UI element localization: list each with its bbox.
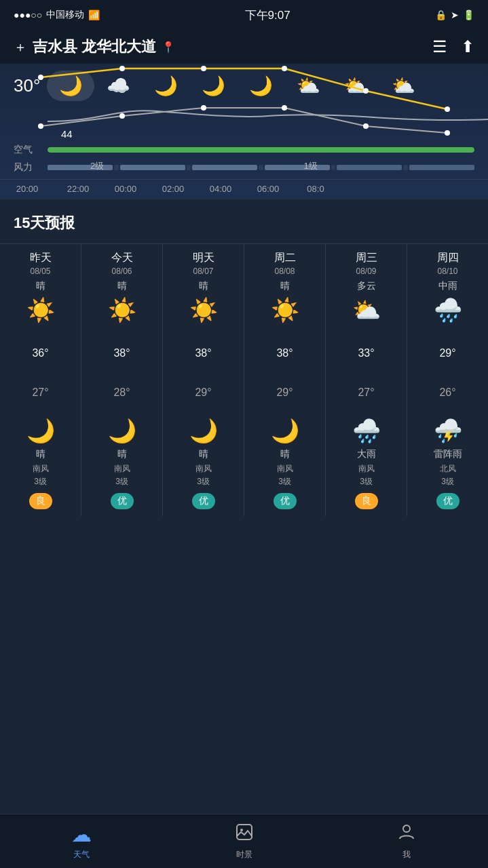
- gps-icon: ➤: [451, 9, 459, 20]
- fc-night-cond-4: 大雨: [357, 448, 376, 460]
- nav-item-weather[interactable]: ☁ 天气: [0, 814, 163, 868]
- hourly-item-1[interactable]: ☁️: [94, 71, 142, 101]
- fc-night-cond-3: 晴: [280, 448, 290, 460]
- fc-day-2: 明天: [193, 251, 214, 265]
- forecast-col-1: 今天 08/06 晴 ☀️ 38° 28° 🌙 晴 南风 3级 优: [81, 244, 163, 516]
- fc-date-0: 08/05: [30, 267, 50, 276]
- status-right: 🔒 ➤ 🔋: [435, 9, 474, 20]
- time-label-5: 06:00: [244, 184, 292, 194]
- header-location[interactable]: ＋ 吉水县 龙华北大道 📍: [14, 37, 175, 57]
- nav-me-label: 我: [402, 849, 411, 861]
- fc-high-2: 38°: [195, 347, 211, 359]
- fc-date-1: 08/06: [111, 267, 132, 276]
- fc-wind-3: 南风: [277, 463, 293, 475]
- hourly-icon-6: ⛅: [344, 71, 368, 101]
- nav-moments-icon: [235, 823, 254, 846]
- hourly-icon-1: ☁️: [107, 71, 130, 101]
- fc-night-icon-1: 🌙: [108, 417, 136, 444]
- nav-item-me[interactable]: 我: [325, 814, 488, 868]
- nav-weather-icon: ☁: [71, 823, 92, 846]
- svg-point-13: [240, 829, 243, 831]
- wind-level2: 2级: [90, 160, 104, 172]
- fc-wind-level-3: 3级: [278, 476, 291, 488]
- fc-wind-level-1: 3级: [115, 476, 128, 488]
- fc-quality-2: 优: [192, 493, 215, 509]
- wind-label: 风力: [14, 161, 41, 174]
- fc-wind-level-0: 3级: [34, 476, 47, 488]
- hourly-item-4[interactable]: 🌙: [237, 71, 284, 101]
- share-icon[interactable]: ⬆: [461, 37, 474, 56]
- status-left: ●●●○○ 中国移动 📶: [14, 9, 100, 21]
- signal-dots: ●●●○○: [14, 9, 42, 20]
- hourly-item-3[interactable]: 🌙: [189, 71, 237, 101]
- nav-weather-label: 天气: [73, 849, 90, 861]
- forecast-col-0: 昨天 08/05 晴 ☀️ 36° 27° 🌙 晴 南风 3级 良: [0, 244, 81, 516]
- hourly-icon-5: ⛅: [297, 71, 320, 101]
- fc-cond-1: 晴: [117, 280, 127, 292]
- fc-quality-5: 优: [436, 493, 459, 509]
- forecast-col-3: 周二 08/08 晴 ☀️ 38° 29° 🌙 晴 南风 3级 优: [244, 244, 326, 516]
- status-time: 下午9:07: [245, 7, 290, 23]
- lock-icon: 🔒: [435, 9, 447, 20]
- header: ＋ 吉水县 龙华北大道 📍 ☰ ⬆: [0, 30, 488, 64]
- fc-date-5: 08/10: [437, 267, 457, 276]
- fc-low-0: 27°: [32, 387, 48, 399]
- fc-icon-1: ☀️: [108, 296, 136, 323]
- fc-low-3: 29°: [276, 387, 293, 399]
- fc-icon-5: 🌧️: [434, 296, 462, 323]
- nav-item-moments[interactable]: 时景: [163, 814, 326, 868]
- fc-wind-4: 南风: [358, 463, 375, 475]
- fc-icon-4: ⛅: [352, 296, 381, 323]
- fc-day-4: 周三: [356, 251, 377, 265]
- fc-low-1: 28°: [113, 387, 130, 399]
- hourly-item-0[interactable]: 🌙: [47, 71, 94, 101]
- hourly-icon-7: ⛅: [392, 71, 415, 101]
- hourly-item-2[interactable]: 🌙: [142, 71, 189, 101]
- fc-night-cond-5: 雷阵雨: [434, 448, 462, 460]
- hourly-item-6[interactable]: ⛅: [332, 71, 379, 101]
- carrier-name: 中国移动: [46, 9, 84, 21]
- forecast-col-2: 明天 08/07 晴 ☀️ 38° 29° 🌙 晴 南风 3级 优: [163, 244, 244, 516]
- fc-night-icon-5: ⛈️: [434, 417, 462, 444]
- time-label-1: 22:00: [54, 184, 102, 194]
- pin-icon: 📍: [162, 41, 175, 54]
- fc-icon-2: ☀️: [189, 296, 218, 323]
- fc-low-2: 29°: [195, 387, 211, 399]
- fc-icon-3: ☀️: [271, 296, 299, 323]
- location-text: 吉水县 龙华北大道: [33, 37, 156, 57]
- time-label-0: 20:00: [0, 184, 54, 194]
- fc-wind-0: 南风: [33, 463, 49, 475]
- fc-date-4: 08/09: [356, 267, 376, 276]
- fc-cond-4: 多云: [357, 280, 376, 292]
- hourly-icon-0: 🌙: [59, 71, 83, 101]
- aqi-label: 空气: [14, 144, 41, 156]
- fc-quality-0: 良: [29, 493, 52, 509]
- add-location-icon[interactable]: ＋: [14, 38, 27, 56]
- fc-night-icon-3: 🌙: [271, 417, 299, 444]
- fc-day-0: 昨天: [30, 251, 52, 265]
- time-label-6: 08:0: [292, 184, 339, 194]
- hourly-item-5[interactable]: ⛅: [284, 71, 332, 101]
- hourly-item-7[interactable]: ⛅: [379, 71, 427, 101]
- fc-cond-5: 中雨: [438, 280, 457, 292]
- aqi-number: 44: [61, 128, 73, 140]
- fc-quality-4: 良: [355, 493, 378, 509]
- fc-low-4: 27°: [358, 387, 374, 399]
- fc-night-icon-0: 🌙: [26, 417, 55, 444]
- status-bar: ●●●○○ 中国移动 📶 下午9:07 🔒 ➤ 🔋: [0, 0, 488, 30]
- time-row: 20:00 22:00 00:00 02:00 04:00 06:00 08:0: [0, 179, 488, 199]
- fc-day-5: 周四: [437, 251, 459, 265]
- fc-quality-1: 优: [111, 493, 134, 509]
- time-label-2: 00:00: [102, 184, 149, 194]
- fc-high-4: 33°: [358, 347, 374, 359]
- menu-icon[interactable]: ☰: [432, 37, 447, 56]
- hourly-curve: [48, 101, 488, 128]
- fc-wind-level-2: 3级: [197, 476, 210, 488]
- hourly-icon-3: 🌙: [202, 71, 225, 101]
- aqi-bar-container: [48, 147, 474, 153]
- fc-night-icon-2: 🌙: [189, 417, 218, 444]
- forecast-grid: 昨天 08/05 晴 ☀️ 36° 27° 🌙 晴 南风 3级 良 今天 08/…: [0, 243, 488, 516]
- wind-row: 风力 2级 1级: [0, 159, 488, 179]
- fc-wind-level-4: 3级: [360, 476, 373, 488]
- fc-high-5: 29°: [439, 347, 455, 359]
